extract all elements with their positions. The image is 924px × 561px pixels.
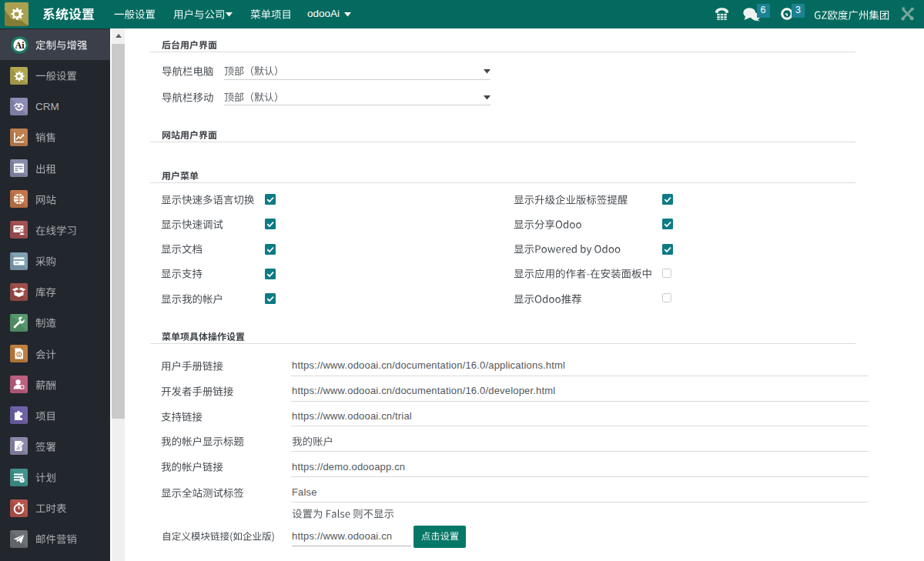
svg-text:Ai: Ai xyxy=(15,39,25,50)
